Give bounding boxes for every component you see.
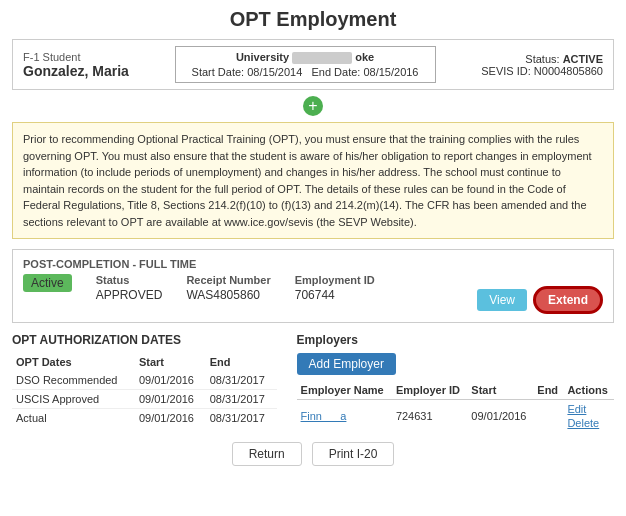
status-label: Status: bbox=[525, 53, 559, 65]
emp-col-id: Employer ID bbox=[392, 381, 467, 400]
university-suffix: oke bbox=[355, 51, 374, 63]
employers-section: Employers Add Employer Employer Name Emp… bbox=[297, 333, 614, 432]
employer-name-link[interactable]: Finn___a bbox=[301, 410, 347, 422]
emp-id-field-value: 706744 bbox=[295, 288, 335, 302]
opt-type-cell: USCIS Approved bbox=[12, 390, 135, 409]
receipt-field-value: WAS4805860 bbox=[186, 288, 260, 302]
status-field-label: Status bbox=[96, 274, 163, 286]
emp-id-field: Employment ID 706744 bbox=[295, 274, 375, 302]
opt-dates-section: OPT AUTHORIZATION DATES OPT Dates Start … bbox=[12, 333, 277, 432]
opt-dates-table: OPT Dates Start End DSO Recommended 09/0… bbox=[12, 353, 277, 427]
university-redacted bbox=[292, 52, 352, 64]
university-row: University oke bbox=[192, 51, 419, 64]
opt-type-cell: DSO Recommended bbox=[12, 371, 135, 390]
start-date-label: Start Date: bbox=[192, 66, 245, 78]
emp-name-cell: Finn___a bbox=[297, 400, 392, 433]
table-row: Finn___a 724631 09/01/2016 EditDelete bbox=[297, 400, 614, 433]
emp-end-cell bbox=[533, 400, 563, 433]
emp-col-actions: Actions bbox=[563, 381, 614, 400]
emp-id-cell: 724631 bbox=[392, 400, 467, 433]
employers-table: Employer Name Employer ID Start End Acti… bbox=[297, 381, 614, 432]
edit-link[interactable]: Edit bbox=[567, 403, 610, 415]
opt-start-cell: 09/01/2016 bbox=[135, 371, 206, 390]
status-value: ACTIVE bbox=[563, 53, 603, 65]
receipt-field-label: Receipt Number bbox=[186, 274, 270, 286]
employers-title: Employers bbox=[297, 333, 614, 347]
opt-type-cell: Actual bbox=[12, 409, 135, 428]
sevis-row: SEVIS ID: N0004805860 bbox=[481, 65, 603, 77]
employment-details: Active Status APPROVED Receipt Number WA… bbox=[23, 274, 603, 314]
add-employer-button[interactable]: Add Employer bbox=[297, 353, 396, 375]
emp-id-field-label: Employment ID bbox=[295, 274, 375, 286]
opt-end-cell: 08/31/2017 bbox=[206, 409, 277, 428]
start-date-value: 08/15/2014 bbox=[247, 66, 302, 78]
receipt-field: Receipt Number WAS4805860 bbox=[186, 274, 270, 302]
page-title: OPT Employment bbox=[12, 8, 614, 31]
notice-box: Prior to recommending Optional Practical… bbox=[12, 122, 614, 239]
bottom-section: OPT AUTHORIZATION DATES OPT Dates Start … bbox=[12, 333, 614, 432]
status-field-value: APPROVED bbox=[96, 288, 163, 302]
opt-start-cell: 09/01/2016 bbox=[135, 390, 206, 409]
student-info-right: Status: ACTIVE SEVIS ID: N0004805860 bbox=[481, 53, 603, 77]
emp-start-cell: 09/01/2016 bbox=[467, 400, 533, 433]
opt-end-cell: 08/31/2017 bbox=[206, 371, 277, 390]
employment-type: POST-COMPLETION - FULL TIME bbox=[23, 258, 603, 270]
end-date-value: 08/15/2016 bbox=[363, 66, 418, 78]
table-row: Actual 09/01/2016 08/31/2017 bbox=[12, 409, 277, 428]
emp-col-end: End bbox=[533, 381, 563, 400]
end-date-label: End Date: bbox=[311, 66, 360, 78]
col-end-header: End bbox=[206, 353, 277, 371]
sevis-value: N0004805860 bbox=[534, 65, 603, 77]
opt-start-cell: 09/01/2016 bbox=[135, 409, 206, 428]
status-row: Status: ACTIVE bbox=[481, 53, 603, 65]
delete-link[interactable]: Delete bbox=[567, 417, 610, 429]
emp-col-start: Start bbox=[467, 381, 533, 400]
add-icon[interactable]: + bbox=[303, 96, 323, 116]
student-header: F-1 Student Gonzalez, Maria University o… bbox=[12, 39, 614, 90]
col-type-header: OPT Dates bbox=[12, 353, 135, 371]
add-icon-row: + bbox=[12, 96, 614, 116]
col-start-header: Start bbox=[135, 353, 206, 371]
table-row: USCIS Approved 09/01/2016 08/31/2017 bbox=[12, 390, 277, 409]
return-button[interactable]: Return bbox=[232, 442, 302, 466]
print-button[interactable]: Print I-20 bbox=[312, 442, 395, 466]
sevis-label: SEVIS ID: bbox=[481, 65, 531, 77]
view-button[interactable]: View bbox=[477, 289, 527, 311]
student-name: Gonzalez, Maria bbox=[23, 63, 129, 79]
table-row: DSO Recommended 09/01/2016 08/31/2017 bbox=[12, 371, 277, 390]
status-field: Status APPROVED bbox=[96, 274, 163, 302]
employment-section: POST-COMPLETION - FULL TIME Active Statu… bbox=[12, 249, 614, 323]
active-badge: Active bbox=[23, 274, 72, 292]
opt-dates-title: OPT AUTHORIZATION DATES bbox=[12, 333, 277, 347]
student-info-center: University oke Start Date: 08/15/2014 En… bbox=[175, 46, 436, 83]
extend-button[interactable]: Extend bbox=[533, 286, 603, 314]
emp-actions-cell: EditDelete bbox=[563, 400, 614, 433]
university-label: University bbox=[236, 51, 289, 63]
active-field: Active bbox=[23, 274, 72, 292]
emp-actions: View Extend bbox=[477, 274, 603, 314]
emp-col-name: Employer Name bbox=[297, 381, 392, 400]
footer-buttons: Return Print I-20 bbox=[12, 442, 614, 466]
student-info-left: F-1 Student Gonzalez, Maria bbox=[23, 51, 129, 79]
student-type-label: F-1 Student bbox=[23, 51, 129, 63]
dates-row: Start Date: 08/15/2014 End Date: 08/15/2… bbox=[192, 66, 419, 78]
opt-end-cell: 08/31/2017 bbox=[206, 390, 277, 409]
